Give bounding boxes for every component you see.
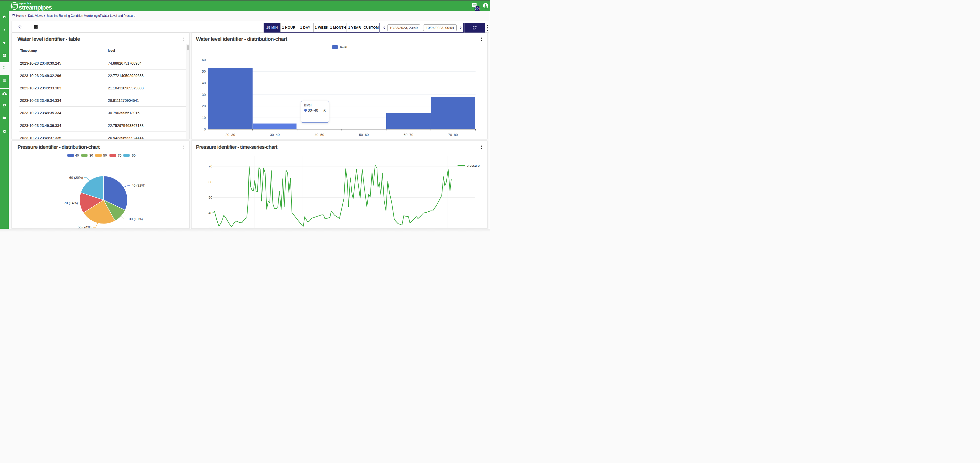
svg-text:50: 50 [208, 196, 212, 200]
svg-text:40: 40 [208, 211, 212, 215]
svg-text:20: 20 [202, 104, 206, 108]
svg-text:70: 70 [208, 164, 212, 168]
svg-text:10: 10 [202, 116, 206, 120]
svg-text:60 (20%): 60 (20%) [69, 176, 83, 180]
svg-text:50–60: 50–60 [359, 133, 369, 137]
svg-text:70 (14%): 70 (14%) [64, 201, 78, 205]
svg-text:30 (10%): 30 (10%) [129, 217, 143, 221]
svg-text:50: 50 [202, 69, 206, 73]
svg-text:70–80: 70–80 [448, 133, 458, 137]
svg-text:20–30: 20–30 [225, 133, 235, 137]
svg-text:40–50: 40–50 [315, 133, 324, 137]
svg-text:30: 30 [208, 227, 212, 229]
svg-text:60–70: 60–70 [404, 133, 413, 137]
svg-text:60: 60 [208, 180, 212, 184]
svg-text:60: 60 [202, 58, 206, 62]
svg-text:0: 0 [204, 128, 206, 131]
svg-text:30–40: 30–40 [270, 133, 280, 137]
svg-text:40 (32%): 40 (32%) [132, 184, 146, 188]
svg-text:40: 40 [202, 81, 206, 85]
svg-text:30: 30 [202, 93, 206, 96]
svg-text:50 (24%): 50 (24%) [78, 225, 92, 229]
svg-text:pressure: pressure [467, 164, 480, 168]
